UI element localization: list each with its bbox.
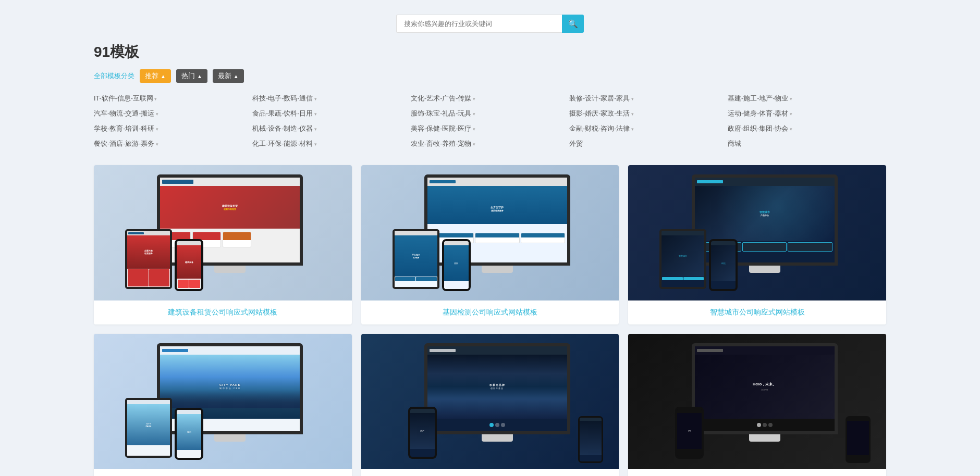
cat-photo[interactable]: 摄影-婚庆-家政-生活▾ (569, 107, 728, 120)
search-icon: 🔍 (568, 19, 578, 29)
phone-2: 基因 (442, 239, 471, 291)
filter-recommend[interactable]: 推荐 ▲ (140, 69, 171, 83)
cat-beauty[interactable]: 美容-保健-医院-医疗▾ (411, 122, 569, 135)
template-card-5: 积薪名品牌创百年基业 房产 (361, 334, 619, 476)
filter-hot[interactable]: 热门 ▲ (176, 69, 207, 83)
cat-machine[interactable]: 机械-设备-制造-仪器▾ (252, 122, 411, 135)
template-preview-5: 积薪名品牌创百年基业 房产 (361, 334, 619, 469)
template-card-2: 全方位守护基因检测服务 (361, 165, 619, 324)
monitor-5: 积薪名品牌创百年基业 (424, 343, 570, 434)
phone-5a: 房产 (408, 407, 437, 459)
hot-arrow-icon: ▲ (197, 73, 202, 79)
cat-finance[interactable]: 金融-财税-咨询-法律▾ (569, 122, 728, 135)
filter-bar: 全部模板分类 推荐 ▲ 热门 ▲ 最新 ▲ (94, 69, 886, 83)
tablet-3: 智慧城市 (659, 229, 706, 289)
filter-all[interactable]: 全部模板分类 (94, 71, 134, 81)
mockup-2: 全方位守护基因检测服务 (361, 165, 619, 300)
cat-fashion[interactable]: 服饰-珠宝-礼品-玩具▾ (411, 107, 569, 120)
template-preview-1: 建筑设备租赁起重吊装租赁 (94, 165, 352, 300)
cat-shop[interactable]: 商城 (728, 137, 886, 151)
template-preview-3: 智慧城市产品中心 智慧城市 (628, 165, 886, 300)
cat-sports[interactable]: 运动-健身-体育-器材▾ (728, 107, 886, 120)
templates-grid: 建筑设备租赁起重吊装租赁 (94, 165, 886, 476)
cat-chemical[interactable]: 化工-环保-能源-材料▾ (252, 137, 411, 151)
cat-trade[interactable]: 外贸 (569, 137, 728, 151)
cat-culture[interactable]: 文化-艺术-广告-传媒▾ (411, 92, 569, 105)
phone-5b (578, 416, 603, 463)
phone-3: 科技 (709, 239, 738, 291)
template-card-4: CITY PARK城市中心·CBD CITYPARK (94, 334, 352, 476)
page-title: 91模板 (94, 42, 886, 62)
template-preview-2: 全方位守护基因检测服务 (361, 165, 619, 300)
template-preview-4: CITY PARK城市中心·CBD CITYPARK (94, 334, 352, 469)
cat-it[interactable]: IT-软件-信息-互联网▾ (94, 92, 252, 105)
cat-agri[interactable]: 农业-畜牧-养殖-宠物▾ (411, 137, 569, 151)
template-title-4[interactable]: 城市产业园响应式网站模板 (94, 469, 352, 476)
cat-decor[interactable]: 装修-设计-家居-家具▾ (569, 92, 728, 105)
phone-4: 城市 (175, 408, 203, 460)
cat-gov[interactable]: 政府-组织-集团-协会▾ (728, 122, 886, 135)
cat-food[interactable]: 食品-果蔬-饮料-日用▾ (252, 107, 411, 120)
filter-new[interactable]: 最新 ▲ (213, 69, 244, 83)
cat-auto[interactable]: 汽车-物流-交通-搬运▾ (94, 107, 252, 120)
mockup-5: 积薪名品牌创百年基业 房产 (361, 334, 619, 469)
cat-construction[interactable]: 基建-施工-地产-物业▾ (728, 92, 886, 105)
search-bar: 🔍 (396, 15, 584, 33)
template-card-1: 建筑设备租赁起重吊装租赁 (94, 165, 352, 324)
mockup-3: 智慧城市产品中心 智慧城市 (628, 165, 886, 300)
cat-restaurant[interactable]: 餐饮-酒店-旅游-票务▾ (94, 137, 252, 151)
template-title-6[interactable]: 京京VR响应式网站模板 (628, 469, 886, 476)
cat-edu[interactable]: 学校-教育-培训-科研▾ (94, 122, 252, 135)
template-preview-6: Hello，未来。 京京VR (628, 334, 886, 469)
phone-6a: VR (675, 407, 704, 459)
monitor-stand-6 (692, 434, 838, 442)
tablet-4: CITYPARK (125, 398, 172, 458)
search-input[interactable] (396, 15, 562, 33)
template-title-5[interactable]: 房产集团响应式网站模板 (361, 469, 619, 476)
mockup-6: Hello，未来。 京京VR (628, 334, 886, 469)
mockup-4: CITY PARK城市中心·CBD CITYPARK (94, 334, 352, 469)
recommend-arrow-icon: ▲ (161, 73, 166, 79)
top-search: 🔍 (0, 0, 980, 42)
phone-1: 建筑设备 (175, 239, 203, 291)
template-card-3: 智慧城市产品中心 智慧城市 (628, 165, 886, 324)
template-card-6: Hello，未来。 京京VR (628, 334, 886, 476)
main-container: 91模板 全部模板分类 推荐 ▲ 热门 ▲ 最新 ▲ IT-软件-信息-互联网▾… (73, 42, 907, 476)
monitor-stand-5 (424, 434, 570, 442)
tablet-2: 平台实力北方检测 (393, 229, 439, 289)
search-button[interactable]: 🔍 (562, 15, 584, 33)
template-title-1[interactable]: 建筑设备租赁公司响应式网站模板 (94, 300, 352, 324)
category-grid: IT-软件-信息-互联网▾ 科技-电子-数码-通信▾ 文化-艺术-广告-传媒▾ … (94, 92, 886, 151)
template-title-2[interactable]: 基因检测公司响应式网站模板 (361, 300, 619, 324)
cat-tech[interactable]: 科技-电子-数码-通信▾ (252, 92, 411, 105)
monitor-6: Hello，未来。 京京VR (692, 343, 838, 434)
tablet-1: 起重吊装租赁服务 (125, 229, 172, 289)
template-title-3[interactable]: 智慧城市公司响应式网站模板 (628, 300, 886, 324)
mockup-1: 建筑设备租赁起重吊装租赁 (94, 165, 352, 300)
phone-6b (846, 416, 871, 463)
new-arrow-icon: ▲ (234, 73, 239, 79)
